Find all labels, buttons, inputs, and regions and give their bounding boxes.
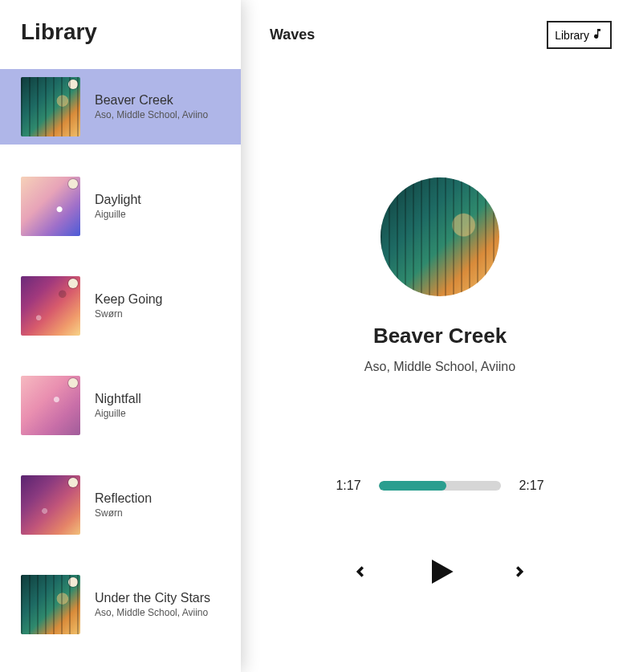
song-title: Keep Going (95, 292, 163, 307)
app-brand: Waves (270, 26, 315, 43)
progress-row: 1:17 2:17 (332, 479, 547, 493)
song-item[interactable]: NightfallAiguille (0, 368, 241, 443)
now-playing: Beaver Creek Aso, Middle School, Aviino … (241, 49, 639, 672)
play-icon (424, 556, 456, 591)
now-playing-title: Beaver Creek (373, 324, 507, 348)
previous-button[interactable] (352, 560, 368, 586)
chevron-left-icon (352, 560, 368, 586)
progress-fill (379, 481, 446, 491)
song-title: Daylight (95, 193, 141, 207)
song-title: Nightfall (95, 392, 141, 406)
song-meta: Beaver CreekAso, Middle School, Aviino (95, 93, 208, 120)
song-meta: ReflectionSwørn (95, 491, 152, 519)
now-playing-artist: Aso, Middle School, Aviino (364, 360, 515, 374)
song-item[interactable]: Under the City StarsAso, Middle School, … (0, 567, 241, 642)
song-artist: Aiguille (95, 209, 141, 220)
song-item[interactable]: Beaver CreekAso, Middle School, Aviino (0, 69, 241, 145)
song-title: Reflection (95, 491, 152, 506)
song-title: Under the City Stars (95, 591, 210, 605)
player-controls (352, 556, 528, 591)
music-icon (591, 27, 604, 43)
song-cover (21, 376, 80, 435)
song-meta: Under the City StarsAso, Middle School, … (95, 591, 210, 618)
now-playing-cover (381, 177, 499, 296)
song-title: Beaver Creek (95, 93, 208, 108)
topbar: Waves Library (241, 0, 639, 49)
song-cover (21, 177, 80, 236)
song-meta: NightfallAiguille (95, 392, 141, 419)
song-list: Beaver CreekAso, Middle School, AviinoDa… (0, 69, 241, 642)
song-artist: Swørn (95, 507, 152, 519)
song-artist: Aso, Middle School, Aviino (95, 109, 208, 120)
library-button[interactable]: Library (547, 21, 612, 49)
song-artist: Aiguille (95, 408, 141, 419)
song-cover (21, 575, 80, 634)
song-item[interactable]: ReflectionSwørn (0, 467, 241, 543)
player-panel: Waves Library Beaver Creek Aso, Middle S… (241, 0, 639, 672)
library-title: Library (0, 0, 241, 69)
song-cover (21, 77, 80, 136)
progress-track[interactable] (379, 481, 501, 491)
next-button[interactable] (512, 560, 528, 586)
song-artist: Swørn (95, 308, 163, 320)
time-current: 1:17 (332, 479, 364, 493)
song-artist: Aso, Middle School, Aviino (95, 607, 210, 618)
library-button-label: Library (555, 29, 589, 42)
library-sidebar: Library Beaver CreekAso, Middle School, … (0, 0, 241, 672)
chevron-right-icon (512, 560, 528, 586)
song-meta: Keep GoingSwørn (95, 292, 163, 320)
song-cover (21, 475, 80, 535)
song-item[interactable]: Keep GoingSwørn (0, 268, 241, 344)
song-meta: DaylightAiguille (95, 193, 141, 220)
song-cover (21, 276, 80, 336)
time-duration: 2:17 (515, 479, 547, 493)
song-item[interactable]: DaylightAiguille (0, 169, 241, 244)
play-button[interactable] (424, 556, 456, 591)
